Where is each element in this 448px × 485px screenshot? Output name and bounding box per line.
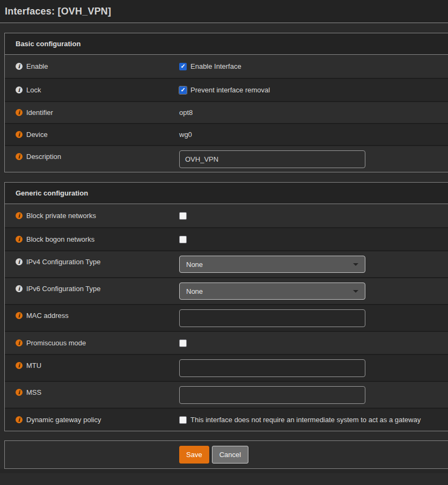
field-label-cell: iEnable: [5, 62, 179, 70]
form-row-mss: iMSS: [5, 381, 448, 408]
form-footer: Save Cancel: [4, 440, 448, 469]
field-label-cell: iIPv6 Configuration Type: [5, 278, 179, 293]
form-row-ipv6-configuration-type: iIPv6 Configuration TypeNone: [5, 277, 448, 304]
info-orange-icon[interactable]: i: [16, 131, 23, 138]
field-content-cell: [179, 212, 448, 220]
field-content-cell: This interface does not require an inter…: [179, 416, 448, 424]
field-label-cell: iDevice: [5, 131, 179, 139]
field-label: Block bogon networks: [26, 235, 94, 243]
field-content-cell: [179, 359, 448, 377]
dynamic-gateway-policy-checkbox[interactable]: [179, 416, 187, 424]
form-row-promiscuous-mode: iPromiscuous mode: [5, 331, 448, 354]
description-input[interactable]: [179, 150, 365, 168]
field-content-cell: None: [179, 256, 448, 273]
field-label-cell: iMSS: [5, 382, 179, 396]
field-label-cell: iLock: [5, 86, 179, 94]
field-label: Dynamic gateway policy: [26, 416, 101, 424]
field-label: Device: [26, 131, 48, 139]
field-content-cell: opt8: [179, 108, 448, 117]
form-row-identifier: iIdentifieropt8: [5, 101, 448, 123]
info-orange-icon[interactable]: i: [16, 339, 23, 346]
field-content-cell: ✓Enable Interface: [179, 62, 448, 70]
form-row-lock: iLock✓Prevent interface removal: [5, 78, 448, 101]
checkbox-label: This interface does not require an inter…: [190, 416, 421, 424]
info-orange-icon[interactable]: i: [16, 212, 23, 219]
caret-down-icon: [353, 290, 358, 293]
save-button[interactable]: Save: [179, 446, 209, 464]
form-row-mac-address: iMAC address: [5, 304, 448, 331]
block-private-networks-checkbox[interactable]: [179, 212, 187, 220]
identifier-value: opt8: [179, 108, 193, 117]
form-row-block-private-networks: iBlock private networks: [5, 204, 448, 227]
field-content-cell: [179, 236, 448, 243]
field-content-cell: ✓Prevent interface removal: [179, 86, 448, 94]
page-title-bar: Interfaces: [OVH_VPN]: [0, 0, 448, 23]
field-label-cell: iBlock bogon networks: [5, 235, 179, 243]
field-label: Promiscuous mode: [26, 339, 86, 347]
field-label-cell: iIdentifier: [5, 108, 179, 117]
info-orange-icon[interactable]: i: [16, 312, 23, 319]
mac-address-input[interactable]: [179, 309, 365, 327]
field-label-cell: iIPv4 Configuration Type: [5, 251, 179, 266]
field-label: MAC address: [26, 312, 69, 320]
field-label: Lock: [26, 86, 41, 94]
info-orange-icon[interactable]: i: [16, 362, 23, 369]
checkbox-label: Prevent interface removal: [190, 86, 270, 94]
cancel-button[interactable]: Cancel: [212, 446, 248, 464]
page-title: Interfaces: [OVH_VPN]: [5, 6, 111, 17]
checkbox-label: Enable Interface: [190, 62, 241, 70]
ipv4-configuration-type-select[interactable]: None: [179, 256, 365, 273]
field-content-cell: [179, 150, 448, 168]
info-orange-icon[interactable]: i: [16, 416, 23, 423]
field-label-cell: iDynamic gateway policy: [5, 416, 179, 424]
info-orange-icon[interactable]: i: [16, 236, 23, 243]
bottom-strip: [0, 469, 448, 473]
field-label: Enable: [26, 62, 48, 70]
field-label: Description: [26, 153, 61, 161]
info-white-icon[interactable]: i: [16, 285, 23, 292]
field-content-cell: wg0: [179, 131, 448, 139]
caret-down-icon: [353, 263, 358, 266]
field-label-cell: iMTU: [5, 355, 179, 370]
field-label-cell: iPromiscuous mode: [5, 339, 179, 347]
field-content-cell: None: [179, 283, 448, 300]
info-orange-icon[interactable]: i: [16, 109, 23, 116]
mtu-input[interactable]: [179, 359, 365, 377]
mss-input[interactable]: [179, 386, 365, 404]
info-white-icon[interactable]: i: [16, 258, 23, 265]
form-sections: Basic configurationiEnable✓Enable Interf…: [0, 33, 448, 431]
enable-checkbox[interactable]: ✓: [179, 63, 187, 70]
field-label: MSS: [26, 388, 41, 396]
lock-checkbox[interactable]: ✓: [179, 86, 187, 94]
field-label-cell: iDescription: [5, 146, 179, 161]
form-row-mtu: iMTU: [5, 354, 448, 381]
field-content-cell: [179, 339, 448, 347]
field-label: MTU: [26, 361, 41, 370]
info-white-icon[interactable]: i: [16, 63, 23, 70]
info-orange-icon[interactable]: i: [16, 153, 23, 160]
section-panel: Generic configurationiBlock private netw…: [4, 182, 448, 431]
field-label: IPv6 Configuration Type: [26, 285, 101, 293]
form-row-enable: iEnable✓Enable Interface: [5, 55, 448, 78]
field-label: Block private networks: [26, 212, 96, 220]
form-row-ipv4-configuration-type: iIPv4 Configuration TypeNone: [5, 250, 448, 277]
info-orange-icon[interactable]: i: [16, 389, 23, 396]
promiscuous-mode-checkbox[interactable]: [179, 339, 187, 347]
field-content-cell: [179, 309, 448, 327]
block-bogon-networks-checkbox[interactable]: [179, 236, 187, 243]
info-white-icon[interactable]: i: [16, 86, 23, 93]
select-selected-value: None: [186, 260, 203, 269]
field-label: IPv4 Configuration Type: [26, 258, 101, 266]
field-label-cell: iMAC address: [5, 305, 179, 320]
select-selected-value: None: [186, 287, 203, 295]
field-content-cell: [179, 386, 448, 404]
ipv6-configuration-type-select[interactable]: None: [179, 283, 365, 300]
form-row-description: iDescription: [5, 145, 448, 172]
section-panel: Basic configurationiEnable✓Enable Interf…: [4, 33, 448, 172]
device-value: wg0: [179, 131, 192, 139]
section-header: Generic configuration: [5, 183, 448, 204]
section-header: Basic configuration: [5, 33, 448, 55]
field-label: Identifier: [26, 108, 53, 117]
form-row-device: iDevicewg0: [5, 123, 448, 145]
form-row-dynamic-gateway-policy: iDynamic gateway policyThis interface do…: [5, 408, 448, 431]
